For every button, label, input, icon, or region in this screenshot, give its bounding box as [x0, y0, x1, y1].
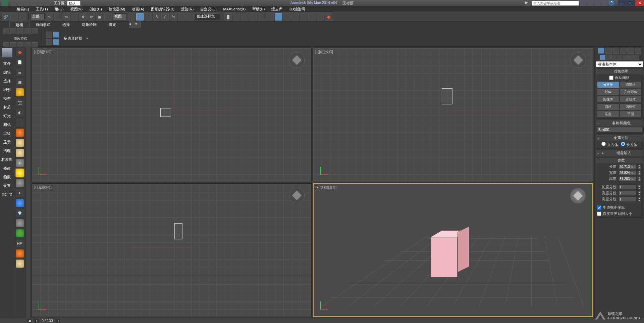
- rib-element-icon[interactable]: [32, 28, 38, 34]
- menu-rendering[interactable]: 渲染(R): [178, 6, 197, 12]
- param-height-input[interactable]: [619, 176, 637, 181]
- top-wireframe-box[interactable]: [160, 108, 171, 117]
- tool-manipulate-icon[interactable]: [136, 13, 144, 20]
- li-list-icon[interactable]: ☰: [16, 68, 24, 76]
- cmd-sub-shapes-icon[interactable]: [605, 55, 611, 60]
- cmd-tab-motion-icon[interactable]: [620, 48, 627, 54]
- li-sun-icon[interactable]: [16, 169, 24, 177]
- timeline-margin[interactable]: [25, 47, 30, 318]
- rib-border-icon[interactable]: [17, 28, 23, 34]
- obj-box-button[interactable]: 长方体: [597, 81, 619, 88]
- rib-opt4-icon[interactable]: [53, 39, 59, 45]
- li-grass-icon[interactable]: 🌿: [16, 229, 24, 237]
- qat-new-icon[interactable]: [11, 0, 16, 6]
- window-close-button[interactable]: ✕: [635, 0, 644, 6]
- qat-redo-icon[interactable]: [38, 0, 43, 6]
- lp-model[interactable]: 模型: [1, 94, 13, 102]
- param-length-spinner[interactable]: ▲▼: [638, 165, 642, 169]
- deer-logo-icon[interactable]: 🦌: [2, 48, 12, 57]
- lp-display[interactable]: 显示: [1, 138, 13, 146]
- obj-sphere-button[interactable]: 球体: [597, 89, 619, 95]
- li-orange-icon[interactable]: [16, 129, 24, 137]
- lp-custom[interactable]: 自定义: [1, 190, 13, 198]
- tool-select-icon[interactable]: ↖: [46, 13, 53, 20]
- vp-left-label[interactable]: [+][左][线框]: [34, 185, 52, 190]
- tool-angle-snap-icon[interactable]: ∠: [161, 13, 169, 20]
- menu-maxscript[interactable]: MAXScript(X): [220, 7, 249, 11]
- ribbon-tab-object-paint[interactable]: 对象绘制: [76, 21, 103, 28]
- favorite-icon[interactable]: [601, 0, 607, 6]
- obj-teapot-button[interactable]: 茶壶: [597, 111, 619, 118]
- tool-render-preset-icon[interactable]: [308, 13, 316, 20]
- rib-poly-icon[interactable]: [24, 28, 31, 34]
- li-cam-icon[interactable]: 📷: [16, 98, 24, 106]
- menu-animation[interactable]: 动画(A): [128, 6, 148, 12]
- ribbon-tab-freeform[interactable]: 自由形式: [30, 21, 56, 28]
- tool-select-region-icon[interactable]: ▭: [62, 13, 70, 20]
- exchange-icon[interactable]: [594, 0, 600, 6]
- named-selection-set-combo[interactable]: 创建选择集: [195, 13, 220, 20]
- viewcube-persp[interactable]: [570, 188, 586, 203]
- lp-light[interactable]: 灯光: [1, 112, 13, 120]
- lp-material[interactable]: 材质: [1, 103, 13, 111]
- obj-tube-button[interactable]: 管状体: [620, 96, 642, 103]
- tool-pivot-icon[interactable]: [128, 13, 135, 20]
- viewport-left[interactable]: [+][左][线框]: [32, 183, 312, 317]
- lp-select[interactable]: 选择: [1, 77, 13, 85]
- window-minimize-button[interactable]: ─: [618, 0, 627, 6]
- vp-persp-label[interactable]: [+][透视][真实]: [316, 185, 337, 190]
- li-grid-icon[interactable]: ▦: [16, 78, 24, 86]
- tool-render-setup-icon[interactable]: [283, 13, 290, 20]
- lp-function[interactable]: 函数: [1, 173, 13, 181]
- menu-tools[interactable]: 工具(T): [33, 6, 51, 12]
- viewport-perspective[interactable]: [+][透视][真实]: [313, 183, 593, 317]
- li-hp-icon[interactable]: HP: [16, 239, 24, 247]
- param-width-spinner[interactable]: ▲▼: [638, 171, 642, 175]
- cmd-sub-cameras-icon[interactable]: [617, 55, 622, 60]
- object-name-input[interactable]: [597, 127, 642, 132]
- tool-render-frame-icon[interactable]: [291, 13, 299, 20]
- obj-plane-button[interactable]: 平面: [620, 111, 642, 118]
- tool-layers-icon[interactable]: [241, 13, 249, 20]
- menu-modifiers[interactable]: 修改器(M): [105, 6, 129, 12]
- obj-cylinder-button[interactable]: 圆柱体: [597, 96, 619, 103]
- param-length-input[interactable]: [619, 164, 637, 169]
- infocenter-icon[interactable]: [580, 0, 586, 6]
- window-maximize-button[interactable]: □: [627, 0, 635, 6]
- cmd-sub-geometry-icon[interactable]: [600, 55, 605, 60]
- obj-cone-button[interactable]: 圆锥体: [620, 81, 642, 88]
- geometry-category-dropdown[interactable]: 标准基本体: [596, 61, 643, 67]
- viewport-front[interactable]: [+][前][线框]: [313, 48, 593, 182]
- lp-cleanup[interactable]: 清理: [1, 147, 13, 155]
- tool-scale-icon[interactable]: ▣: [96, 13, 103, 20]
- selection-filter-dropdown[interactable]: 全部: [31, 13, 45, 20]
- li-blue-icon[interactable]: [16, 199, 24, 207]
- tool-curve-editor-icon[interactable]: [258, 13, 265, 20]
- gen-mapping-checkbox[interactable]: 生成贴图坐标: [597, 205, 642, 210]
- left-wireframe-box[interactable]: [174, 223, 182, 239]
- tool-material-editor-icon[interactable]: [275, 13, 282, 20]
- menu-help[interactable]: 帮助(H): [249, 6, 268, 12]
- menu-group[interactable]: 组(G): [51, 6, 67, 12]
- tool-teapot-icon[interactable]: 🫖: [325, 13, 332, 20]
- rollout-creation-method-header[interactable]: 创建方法: [596, 135, 643, 141]
- tool-rotate-icon[interactable]: ⟳: [88, 13, 95, 20]
- lp-camera[interactable]: 相机: [1, 121, 13, 129]
- cmd-tab-modify-icon[interactable]: [605, 48, 612, 54]
- timeline-left-icon[interactable]: ◁: [34, 319, 39, 323]
- li-star-icon[interactable]: ✦: [16, 189, 24, 197]
- ribbon-dropdown-icon[interactable]: ▾: [135, 21, 141, 28]
- cmd-sub-lights-icon[interactable]: [611, 55, 616, 60]
- tool-select-name-icon[interactable]: [54, 13, 61, 20]
- rollout-object-type-header[interactable]: 对象类型: [596, 68, 643, 74]
- lp-render[interactable]: 渲染: [1, 129, 13, 137]
- li-ball-icon[interactable]: [16, 249, 24, 258]
- tool-named-sel-icon[interactable]: [186, 13, 194, 20]
- title-play-icon[interactable]: ▶: [525, 0, 531, 6]
- cmd-tab-create-icon[interactable]: [598, 48, 604, 54]
- app-logo-icon[interactable]: [1, 0, 8, 6]
- autogrid-checkbox[interactable]: 自动栅格: [597, 75, 642, 80]
- rollout-parameters-header[interactable]: 参数: [596, 157, 643, 163]
- tool-render-icon[interactable]: [300, 13, 307, 20]
- lp-file[interactable]: 文件: [1, 59, 13, 67]
